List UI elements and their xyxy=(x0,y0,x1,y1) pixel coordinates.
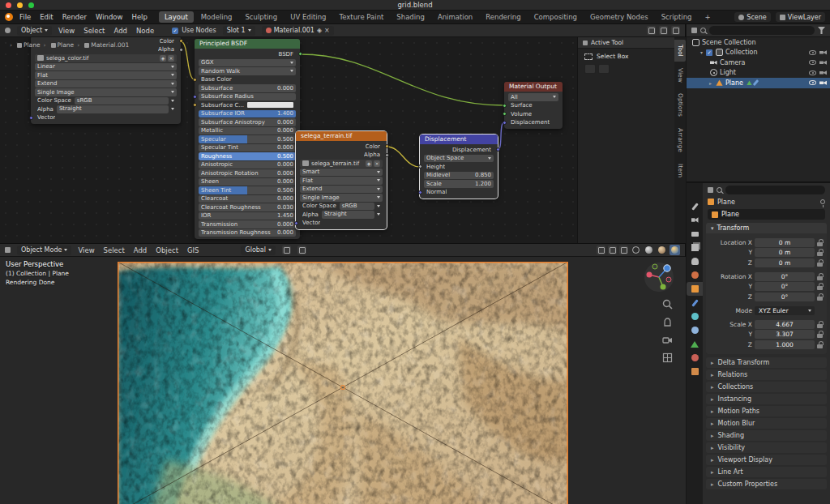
node-row[interactable]: Subsurface Anisotropy 0.000 xyxy=(199,118,296,126)
scene-tab-icon[interactable] xyxy=(687,254,703,268)
editor-type-icon[interactable] xyxy=(708,187,713,193)
node-row[interactable]: Sheen 0.000 xyxy=(199,178,296,186)
node-row[interactable]: Alpha Straight xyxy=(35,105,177,113)
panel-section[interactable]: Motion Blur xyxy=(706,418,827,429)
node-row[interactable]: Anisotropic 0.000 xyxy=(199,161,296,169)
panel-section[interactable]: Delta Transform xyxy=(706,357,827,368)
output-socket[interactable] xyxy=(385,153,389,157)
transform-orientation-dropdown[interactable]: Global xyxy=(241,246,276,255)
sidebar-tab[interactable]: Tool xyxy=(674,40,686,62)
node-row[interactable]: Displacement xyxy=(424,146,494,154)
menu-item[interactable]: Edit xyxy=(40,13,53,21)
node-row[interactable]: GGX xyxy=(199,59,296,67)
active-tool-panel-header[interactable]: Active Tool xyxy=(578,37,674,49)
overlays-icon[interactable] xyxy=(671,26,680,35)
image-texture-node-color[interactable]: Color Alpha selega_color.tif Lin xyxy=(31,37,181,124)
workspace-tab[interactable]: Modeling xyxy=(195,11,238,23)
node-row[interactable]: Vector xyxy=(35,114,177,122)
lock-icon[interactable] xyxy=(817,293,823,301)
scene-selector[interactable]: Scene xyxy=(734,12,770,22)
value-field[interactable]: 0 m xyxy=(755,258,815,267)
rendered-terrain-plane[interactable] xyxy=(118,262,568,504)
panel-section[interactable]: Shading xyxy=(706,430,827,441)
blender-logo-icon[interactable] xyxy=(5,13,13,21)
material-tab-icon[interactable] xyxy=(687,351,703,365)
node-row[interactable]: Vector xyxy=(300,220,383,228)
workspace-tab[interactable]: Layout xyxy=(159,11,194,23)
node-row[interactable]: Color Space sRGB xyxy=(300,203,383,211)
image-texture-node-terrain[interactable]: selega_terrain.tif Color Alpha selega_te… xyxy=(296,131,387,229)
sidebar-tab[interactable]: Arrange xyxy=(674,123,686,157)
zoom-icon[interactable] xyxy=(662,299,673,310)
collection-checkbox[interactable] xyxy=(706,49,712,56)
node-row[interactable]: Sheen Tint 0.500 xyxy=(199,186,296,194)
node-row[interactable]: Specular Tint 0.000 xyxy=(199,144,296,152)
sidebar-tab[interactable]: Options xyxy=(674,88,686,122)
node-row[interactable]: Transmission Roughness 0.000 xyxy=(199,229,296,237)
menu-item[interactable]: GIS xyxy=(187,246,199,254)
output-socket[interactable] xyxy=(496,147,500,152)
editor-type-icon[interactable] xyxy=(5,28,11,33)
node-row[interactable]: Anisotropic Rotation 0.000 xyxy=(199,169,296,177)
proportional-editing-icon[interactable] xyxy=(297,246,306,254)
menu-item[interactable]: Window xyxy=(96,13,123,21)
node-row[interactable]: Color xyxy=(300,143,383,151)
use-nodes-toggle[interactable]: Use Nodes xyxy=(172,27,216,34)
constraints-tab-icon[interactable] xyxy=(687,323,703,337)
material-slot-dropdown[interactable]: Slot 1 xyxy=(223,26,255,36)
node-row[interactable]: Alpha xyxy=(300,152,383,160)
node-row[interactable]: Single Image xyxy=(35,88,177,96)
hide-in-viewport-icon[interactable] xyxy=(809,70,816,75)
panel-section[interactable]: Motion Paths xyxy=(706,406,827,416)
xray-icon[interactable] xyxy=(619,246,628,254)
menu-item[interactable]: Select xyxy=(83,27,105,35)
node-row[interactable]: Clearcoat Roughness 0.030 xyxy=(199,203,296,211)
panel-section[interactable]: Line Art xyxy=(706,467,827,477)
input-socket[interactable] xyxy=(193,103,197,107)
move-view-hand-icon[interactable] xyxy=(662,317,673,327)
menu-item[interactable]: Select xyxy=(104,246,125,254)
value-field[interactable]: 1.000 xyxy=(755,340,815,349)
menu-item[interactable]: Add xyxy=(113,27,126,35)
editor-type-icon[interactable] xyxy=(691,28,697,33)
panel-section[interactable]: Visibility xyxy=(706,442,827,453)
node-header[interactable]: selega_terrain.tif xyxy=(296,131,387,141)
outliner-row-collection[interactable]: ▾ Collection xyxy=(687,48,830,58)
lock-icon[interactable] xyxy=(817,331,823,338)
modifiers-tab-icon[interactable] xyxy=(687,296,703,310)
panel-section[interactable]: Custom Properties xyxy=(706,479,827,489)
tool-tab-icon[interactable] xyxy=(687,199,703,213)
hide-in-viewport-icon[interactable] xyxy=(809,50,816,55)
hide-in-viewport-icon[interactable] xyxy=(809,80,816,85)
node-row[interactable]: Extend xyxy=(35,80,177,88)
panel-section[interactable]: Viewport Display xyxy=(706,455,827,465)
snap-magnet-icon[interactable] xyxy=(282,246,291,254)
transform-panel-header[interactable]: Transform xyxy=(706,223,827,233)
hide-in-viewport-icon[interactable] xyxy=(809,60,816,65)
checkbox-checked-icon[interactable] xyxy=(172,28,178,34)
value-field[interactable]: 0 m xyxy=(755,238,815,247)
show-gizmo-icon[interactable] xyxy=(597,246,605,254)
pin-icon[interactable] xyxy=(820,199,825,204)
expand-arrow-icon[interactable]: ▾ xyxy=(700,49,706,55)
mode-dropdown[interactable]: Object Mode xyxy=(17,246,71,255)
node-row[interactable]: Volume xyxy=(508,110,558,118)
node-row[interactable]: selega_terrain.tif xyxy=(300,160,383,168)
fake-user-icon[interactable]: ◈ xyxy=(317,27,322,34)
value-field[interactable]: 0° xyxy=(755,293,815,301)
object-data-tab-icon[interactable] xyxy=(687,337,703,351)
node-row[interactable]: selega_color.tif xyxy=(35,54,177,62)
node-row[interactable]: Smart xyxy=(300,169,383,177)
value-field[interactable]: 0° xyxy=(755,272,815,281)
value-field[interactable]: 0° xyxy=(755,282,815,291)
menu-item[interactable]: Render xyxy=(62,13,87,21)
toggle-grid-icon[interactable] xyxy=(662,352,673,363)
node-row[interactable]: Transmission 0.000 xyxy=(199,220,296,229)
output-socket[interactable] xyxy=(179,39,183,43)
workspace-tab[interactable]: Animation xyxy=(432,11,478,23)
shading-solid-icon[interactable] xyxy=(644,245,654,255)
output-socket[interactable] xyxy=(179,48,183,52)
node-row[interactable]: Midlevel 0.850 xyxy=(424,172,494,180)
node-row[interactable]: Metallic 0.000 xyxy=(199,127,296,135)
workspace-tab[interactable]: + xyxy=(699,11,716,23)
